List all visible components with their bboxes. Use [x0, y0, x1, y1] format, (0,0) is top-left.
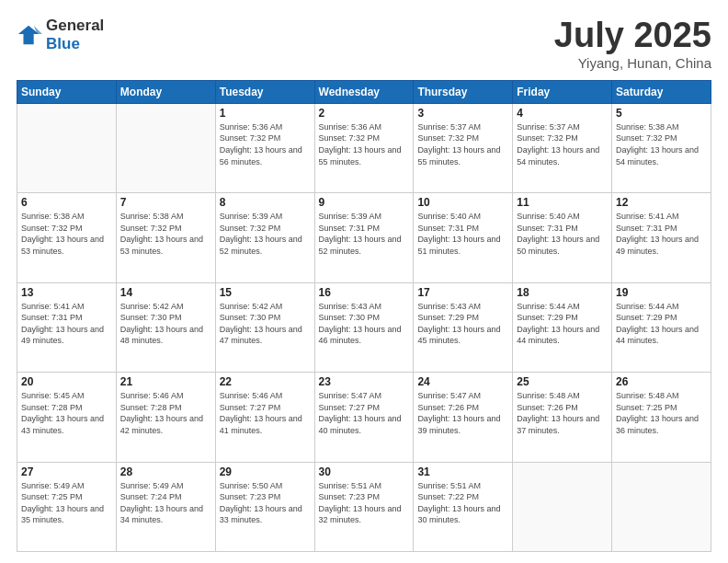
col-header-wednesday: Wednesday: [314, 80, 414, 103]
day-cell: 14Sunrise: 5:42 AM Sunset: 7:30 PM Dayli…: [116, 282, 215, 372]
day-cell: 30Sunrise: 5:51 AM Sunset: 7:23 PM Dayli…: [314, 462, 414, 551]
day-number: 2: [319, 107, 410, 120]
day-cell: 2Sunrise: 5:36 AM Sunset: 7:32 PM Daylig…: [314, 103, 414, 192]
day-cell: 27Sunrise: 5:49 AM Sunset: 7:25 PM Dayli…: [17, 462, 117, 551]
day-cell: 6Sunrise: 5:38 AM Sunset: 7:32 PM Daylig…: [17, 193, 117, 282]
day-info: Sunrise: 5:38 AM Sunset: 7:32 PM Dayligh…: [616, 121, 707, 167]
day-number: 21: [120, 375, 211, 388]
subtitle: Yiyang, Hunan, China: [554, 55, 711, 71]
day-number: 12: [616, 196, 707, 209]
day-number: 25: [517, 375, 608, 388]
day-cell: 1Sunrise: 5:36 AM Sunset: 7:32 PM Daylig…: [215, 103, 314, 192]
day-number: 22: [220, 375, 311, 388]
title-block: July 2025 Yiyang, Hunan, China: [554, 17, 711, 71]
day-cell: 24Sunrise: 5:47 AM Sunset: 7:26 PM Dayli…: [414, 373, 513, 462]
day-info: Sunrise: 5:47 AM Sunset: 7:27 PM Dayligh…: [319, 390, 410, 436]
day-number: 24: [417, 375, 508, 388]
day-cell: 22Sunrise: 5:46 AM Sunset: 7:27 PM Dayli…: [215, 373, 314, 462]
week-row-3: 13Sunrise: 5:41 AM Sunset: 7:31 PM Dayli…: [17, 282, 711, 372]
day-number: 7: [120, 196, 211, 209]
day-cell: [612, 462, 711, 551]
col-header-friday: Friday: [513, 80, 612, 103]
col-header-tuesday: Tuesday: [215, 80, 314, 103]
day-info: Sunrise: 5:41 AM Sunset: 7:31 PM Dayligh…: [616, 211, 707, 257]
day-number: 28: [120, 465, 211, 478]
header: General Blue July 2025 Yiyang, Hunan, Ch…: [17, 17, 711, 71]
week-row-2: 6Sunrise: 5:38 AM Sunset: 7:32 PM Daylig…: [17, 193, 711, 282]
day-info: Sunrise: 5:43 AM Sunset: 7:29 PM Dayligh…: [417, 301, 508, 347]
day-cell: 18Sunrise: 5:44 AM Sunset: 7:29 PM Dayli…: [513, 282, 612, 372]
col-header-saturday: Saturday: [612, 80, 711, 103]
day-cell: 26Sunrise: 5:48 AM Sunset: 7:25 PM Dayli…: [612, 373, 711, 462]
logo: General Blue: [17, 17, 104, 52]
day-info: Sunrise: 5:44 AM Sunset: 7:29 PM Dayligh…: [616, 301, 707, 347]
day-info: Sunrise: 5:39 AM Sunset: 7:32 PM Dayligh…: [220, 211, 311, 257]
day-cell: 21Sunrise: 5:46 AM Sunset: 7:28 PM Dayli…: [116, 373, 215, 462]
day-number: 6: [21, 196, 112, 209]
day-number: 19: [616, 286, 707, 299]
day-number: 16: [319, 286, 410, 299]
day-info: Sunrise: 5:46 AM Sunset: 7:28 PM Dayligh…: [120, 390, 211, 436]
logo-general: General: [46, 17, 104, 35]
day-cell: [116, 103, 215, 192]
day-cell: 20Sunrise: 5:45 AM Sunset: 7:28 PM Dayli…: [17, 373, 117, 462]
day-cell: 9Sunrise: 5:39 AM Sunset: 7:31 PM Daylig…: [314, 193, 414, 282]
day-number: 30: [319, 465, 410, 478]
day-cell: 19Sunrise: 5:44 AM Sunset: 7:29 PM Dayli…: [612, 282, 711, 372]
logo-icon: [17, 22, 42, 48]
page: General Blue July 2025 Yiyang, Hunan, Ch…: [0, 0, 728, 563]
day-info: Sunrise: 5:49 AM Sunset: 7:25 PM Dayligh…: [21, 480, 112, 526]
logo-blue: Blue: [46, 35, 104, 53]
day-number: 15: [220, 286, 311, 299]
day-number: 17: [417, 286, 508, 299]
day-number: 26: [616, 375, 707, 388]
day-cell: 5Sunrise: 5:38 AM Sunset: 7:32 PM Daylig…: [612, 103, 711, 192]
col-header-monday: Monday: [116, 80, 215, 103]
day-info: Sunrise: 5:40 AM Sunset: 7:31 PM Dayligh…: [417, 211, 508, 257]
day-cell: 12Sunrise: 5:41 AM Sunset: 7:31 PM Dayli…: [612, 193, 711, 282]
day-info: Sunrise: 5:51 AM Sunset: 7:22 PM Dayligh…: [417, 480, 508, 526]
day-number: 10: [417, 196, 508, 209]
day-cell: 23Sunrise: 5:47 AM Sunset: 7:27 PM Dayli…: [314, 373, 414, 462]
col-header-thursday: Thursday: [414, 80, 513, 103]
day-info: Sunrise: 5:36 AM Sunset: 7:32 PM Dayligh…: [319, 121, 410, 167]
day-cell: 16Sunrise: 5:43 AM Sunset: 7:30 PM Dayli…: [314, 282, 414, 372]
day-info: Sunrise: 5:50 AM Sunset: 7:23 PM Dayligh…: [220, 480, 311, 526]
day-info: Sunrise: 5:48 AM Sunset: 7:26 PM Dayligh…: [517, 390, 608, 436]
day-cell: 25Sunrise: 5:48 AM Sunset: 7:26 PM Dayli…: [513, 373, 612, 462]
day-number: 20: [21, 375, 112, 388]
day-cell: 13Sunrise: 5:41 AM Sunset: 7:31 PM Dayli…: [17, 282, 117, 372]
day-info: Sunrise: 5:48 AM Sunset: 7:25 PM Dayligh…: [616, 390, 707, 436]
day-cell: 4Sunrise: 5:37 AM Sunset: 7:32 PM Daylig…: [513, 103, 612, 192]
day-number: 18: [517, 286, 608, 299]
day-cell: 8Sunrise: 5:39 AM Sunset: 7:32 PM Daylig…: [215, 193, 314, 282]
day-info: Sunrise: 5:37 AM Sunset: 7:32 PM Dayligh…: [417, 121, 508, 167]
day-number: 29: [220, 465, 311, 478]
day-cell: 28Sunrise: 5:49 AM Sunset: 7:24 PM Dayli…: [116, 462, 215, 551]
day-info: Sunrise: 5:37 AM Sunset: 7:32 PM Dayligh…: [517, 121, 608, 167]
day-cell: 10Sunrise: 5:40 AM Sunset: 7:31 PM Dayli…: [414, 193, 513, 282]
main-title: July 2025: [554, 17, 711, 55]
day-cell: 7Sunrise: 5:38 AM Sunset: 7:32 PM Daylig…: [116, 193, 215, 282]
day-info: Sunrise: 5:36 AM Sunset: 7:32 PM Dayligh…: [220, 121, 311, 167]
day-number: 9: [319, 196, 410, 209]
day-info: Sunrise: 5:43 AM Sunset: 7:30 PM Dayligh…: [319, 301, 410, 347]
day-number: 27: [21, 465, 112, 478]
col-header-sunday: Sunday: [17, 80, 117, 103]
week-row-5: 27Sunrise: 5:49 AM Sunset: 7:25 PM Dayli…: [17, 462, 711, 551]
week-row-1: 1Sunrise: 5:36 AM Sunset: 7:32 PM Daylig…: [17, 103, 711, 192]
day-cell: 11Sunrise: 5:40 AM Sunset: 7:31 PM Dayli…: [513, 193, 612, 282]
day-number: 3: [417, 107, 508, 120]
day-info: Sunrise: 5:44 AM Sunset: 7:29 PM Dayligh…: [517, 301, 608, 347]
day-info: Sunrise: 5:51 AM Sunset: 7:23 PM Dayligh…: [319, 480, 410, 526]
day-info: Sunrise: 5:46 AM Sunset: 7:27 PM Dayligh…: [220, 390, 311, 436]
day-cell: 31Sunrise: 5:51 AM Sunset: 7:22 PM Dayli…: [414, 462, 513, 551]
day-number: 4: [517, 107, 608, 120]
calendar-header-row: SundayMondayTuesdayWednesdayThursdayFrid…: [17, 80, 711, 103]
day-info: Sunrise: 5:42 AM Sunset: 7:30 PM Dayligh…: [120, 301, 211, 347]
day-info: Sunrise: 5:38 AM Sunset: 7:32 PM Dayligh…: [120, 211, 211, 257]
day-number: 23: [319, 375, 410, 388]
day-info: Sunrise: 5:38 AM Sunset: 7:32 PM Dayligh…: [21, 211, 112, 257]
day-number: 11: [517, 196, 608, 209]
day-number: 1: [220, 107, 311, 120]
